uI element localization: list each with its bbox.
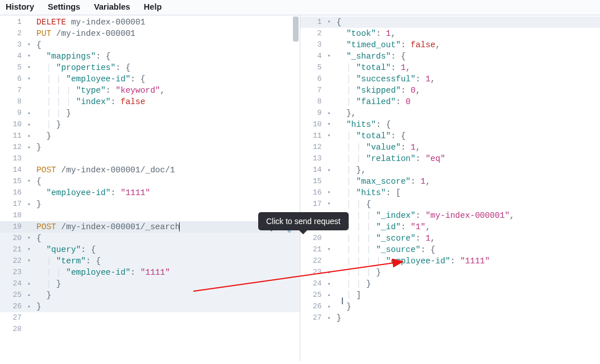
code-content[interactable]: | "properties": { [33,62,300,73]
code-content[interactable]: } [33,301,300,312]
response-line[interactable]: 15 | "max_score": 1, [300,176,601,187]
response-viewer[interactable]: 1▾{2 "took": 1,3 "timed_out": false,4▾ "… [300,15,601,361]
scrollbar-thumb[interactable] [293,16,299,42]
response-line[interactable]: 12 | | "value": 1, [300,142,601,153]
fold-toggle-icon[interactable]: ▴ [325,164,333,176]
code-content[interactable]: | "total": { [333,130,601,142]
code-content[interactable]: | "skipped": 0, [333,85,601,96]
request-line[interactable]: 10▴ | } [0,119,300,130]
code-content[interactable]: } [33,198,300,210]
response-line[interactable]: 20 | | | "_score": 1, [300,233,601,244]
request-line[interactable]: 12▴} [0,142,300,153]
code-content[interactable]: | | | "index": false [33,96,300,107]
request-line[interactable]: 3▾{ [0,39,300,51]
code-content[interactable]: } [33,130,300,142]
request-line[interactable]: 27 [0,312,300,324]
fold-toggle-icon[interactable]: ▴ [325,278,333,289]
response-line[interactable]: 8 | "failed": 0 [300,96,601,107]
code-content[interactable]: | | } [33,107,300,119]
fold-toggle-icon[interactable]: ▾ [25,176,33,187]
response-line[interactable]: 26▴ } [300,301,601,312]
fold-toggle-icon[interactable]: ▾ [325,187,333,198]
code-content[interactable]: | } [33,278,300,289]
response-line[interactable]: 5 | "total": 1, [300,62,601,73]
code-content[interactable]: } [333,312,601,324]
response-line[interactable]: 21▾ | | | "_source": { [300,244,601,255]
menu-history[interactable]: History [6,2,34,11]
response-line[interactable]: 17▾ | | { [300,198,601,210]
response-line[interactable]: 10▾ "hits": { [300,119,601,130]
request-line[interactable]: 20▾{ [0,233,300,244]
code-content[interactable]: | "max_score": 1, [333,176,601,187]
code-content[interactable]: { [33,39,300,51]
code-content[interactable]: | | | } [333,267,601,278]
fold-toggle-icon[interactable]: ▾ [25,73,33,85]
code-content[interactable]: POST /my-index-000001/_doc/1 [33,164,300,176]
fold-toggle-icon[interactable]: ▾ [325,119,333,130]
fold-toggle-icon[interactable]: ▴ [25,130,33,142]
fold-toggle-icon[interactable]: ▴ [25,142,33,153]
code-content[interactable]: | "successful": 1, [333,73,601,85]
response-line[interactable]: 4▾ "_shards": { [300,51,601,62]
code-content[interactable]: | | "employee-id": { [33,73,300,85]
fold-toggle-icon[interactable]: ▾ [325,16,333,28]
menu-help[interactable]: Help [144,2,162,11]
code-content[interactable]: } [333,301,601,312]
request-line[interactable]: 11▴ } [0,130,300,142]
request-line[interactable]: 22▾ | "term": { [0,255,300,267]
code-content[interactable]: | | | "_source": { [333,244,601,255]
response-line[interactable]: 22 | | | | "employee-id": "1111" [300,255,601,267]
request-editor[interactable]: 1DELETE my-index-0000012PUT /my-index-00… [0,15,300,361]
code-content[interactable]: | | | | "employee-id": "1111" [333,255,601,267]
code-content[interactable]: PUT /my-index-000001 [33,28,300,39]
code-content[interactable]: | "term": { [33,255,300,267]
code-content[interactable]: | | } [333,278,601,289]
fold-toggle-icon[interactable]: ▾ [25,51,33,62]
response-line[interactable]: 6 | "successful": 1, [300,73,601,85]
request-line[interactable]: 15▾{ [0,176,300,187]
code-content[interactable]: | } [33,119,300,130]
code-content[interactable]: | "total": 1, [333,62,601,73]
code-content[interactable]: | | | "_score": 1, [333,233,601,244]
response-line[interactable]: 16▾ | "hits": [ [300,187,601,198]
request-line[interactable]: 5▾ | "properties": { [0,62,300,73]
code-content[interactable]: "hits": { [333,119,601,130]
menu-settings[interactable]: Settings [48,2,80,11]
fold-toggle-icon[interactable]: ▴ [25,301,33,312]
fold-toggle-icon[interactable]: ▾ [25,233,33,244]
code-content[interactable]: | ] [333,289,601,301]
splitter-handle[interactable]: || [341,296,342,304]
code-content[interactable]: "mappings": { [33,51,300,62]
fold-toggle-icon[interactable]: ▾ [25,62,33,73]
response-line[interactable]: 1▾{ [300,16,601,28]
request-line[interactable]: 1DELETE my-index-000001 [0,16,300,28]
fold-toggle-icon[interactable]: ▾ [25,244,33,255]
fold-toggle-icon[interactable]: ▴ [25,119,33,130]
response-line[interactable]: 13 | | "relation": "eq" [300,153,601,164]
fold-toggle-icon[interactable]: ▾ [325,198,333,210]
fold-toggle-icon[interactable]: ▾ [25,255,33,267]
response-line[interactable]: 14▴ | }, [300,164,601,176]
code-content[interactable]: { [33,233,300,244]
fold-toggle-icon[interactable]: ▾ [325,51,333,62]
request-line[interactable]: 9▴ | | } [0,107,300,119]
request-line[interactable]: 14POST /my-index-000001/_doc/1 [0,164,300,176]
fold-toggle-icon[interactable]: ▾ [325,130,333,142]
response-line[interactable]: 27▴} [300,312,601,324]
code-content[interactable]: | }, [333,164,601,176]
request-line[interactable]: 7 | | | "type": "keyword", [0,85,300,96]
response-line[interactable]: 23▴ | | | } [300,267,601,278]
fold-toggle-icon[interactable]: ▴ [25,198,33,210]
menu-variables[interactable]: Variables [94,2,130,11]
request-line[interactable]: 17▴} [0,198,300,210]
request-line[interactable]: 25▴ } [0,289,300,301]
code-content[interactable]: "took": 1, [333,28,601,39]
fold-toggle-icon[interactable]: ▴ [25,107,33,119]
response-line[interactable]: 3 "timed_out": false, [300,39,601,51]
request-line[interactable]: 21▾ "query": { [0,244,300,255]
code-content[interactable]: | | "employee-id": "1111" [33,267,300,278]
response-line[interactable]: 11▾ | "total": { [300,130,601,142]
response-line[interactable]: 24▴ | | } [300,278,601,289]
fold-toggle-icon[interactable]: ▾ [25,39,33,51]
fold-toggle-icon[interactable]: ▴ [325,289,333,301]
